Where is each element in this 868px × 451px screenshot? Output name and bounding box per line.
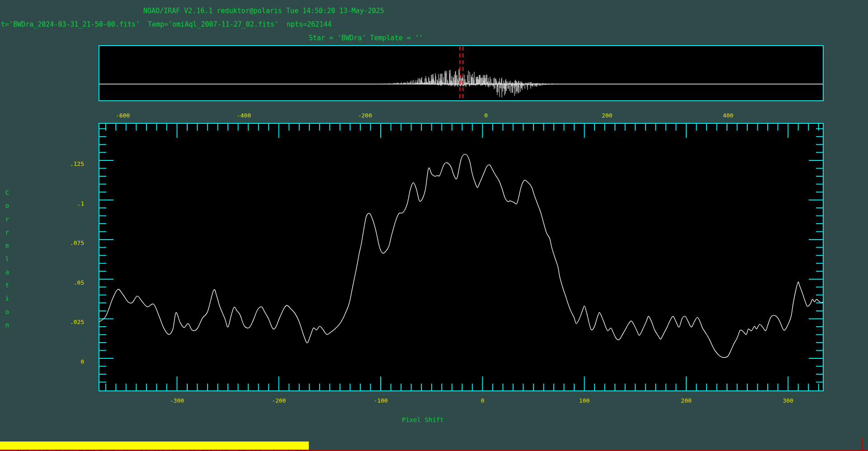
y-axis-title-letter: r: [3, 216, 11, 223]
axis-tick-label: 200: [670, 397, 702, 404]
status-bar: HJD= 401.4149 FWHM=5.65 Vr=-54.444 Vo=-3…: [0, 442, 309, 450]
axis-tick-label: 0: [467, 397, 498, 404]
axis-tick-label: 200: [591, 112, 623, 119]
axis-tick-label: -200: [263, 397, 295, 404]
window-header-line: NOAO/IRAF V2.16.1 reduktor@polaris Tue 1…: [143, 7, 384, 14]
axis-tick-label: 400: [712, 112, 744, 119]
star-template-line: Star = 'BWDra' Template = '': [309, 34, 423, 42]
y-axis-title-letter: t: [3, 282, 11, 289]
y-axis-title-letter: o: [3, 202, 11, 209]
axis-tick-label: -600: [107, 112, 139, 119]
ccf-spectrum-panel[interactable]: [99, 45, 824, 101]
bottom-divider-line: [0, 450, 868, 451]
cursor-marker: [862, 437, 863, 450]
y-axis-title-letter: C: [3, 189, 11, 196]
axis-tick-label: .1: [45, 200, 84, 207]
correlation-plot: [99, 123, 824, 391]
y-axis-title-letter: e: [3, 242, 11, 249]
y-axis-title-letter: r: [3, 229, 11, 236]
iraf-graphics-window: NOAO/IRAF V2.16.1 reduktor@polaris Tue 1…: [0, 0, 868, 451]
axis-tick-label: -200: [349, 112, 381, 119]
axis-tick-label: .05: [45, 279, 84, 287]
axis-tick-label: -400: [228, 112, 259, 119]
axis-tick-label: .025: [45, 319, 84, 326]
axis-tick-label: 300: [772, 397, 804, 404]
axis-tick-label: .125: [45, 160, 84, 168]
ccf-spectrum-plot: [99, 45, 824, 101]
y-axis-title-letter: l: [3, 255, 11, 263]
y-axis-title-letter: i: [3, 295, 11, 302]
axis-tick-label: -100: [365, 397, 396, 404]
y-axis-title-letter: o: [3, 308, 11, 315]
x-axis-title: Pixel Shift: [402, 416, 444, 423]
y-axis-title-letter: n: [3, 321, 11, 329]
axis-tick-label: 100: [569, 397, 600, 404]
object-template-info-line: t='BWDra_2024-03-31_21-50-00.fits' Temp=…: [1, 21, 332, 28]
axis-tick-label: 0: [45, 358, 84, 366]
axis-tick-label: .075: [45, 240, 84, 247]
axis-tick-label: -300: [161, 397, 193, 404]
y-axis-title-letter: a: [3, 268, 11, 276]
axis-tick-label: 0: [470, 112, 502, 119]
correlation-plot-panel[interactable]: [99, 123, 824, 391]
